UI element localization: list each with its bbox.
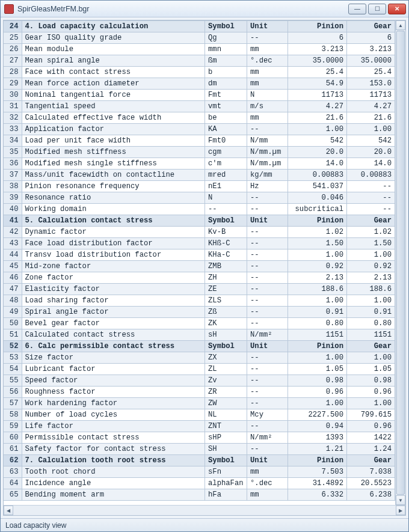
cell-pin: 1.00: [288, 398, 347, 409]
table-row[interactable]: 33Application factorKA--1.001.00: [4, 124, 395, 135]
table-row[interactable]: 29Mean force action diameterdmmm54.9153.…: [4, 78, 395, 90]
table-row[interactable]: 25Gear ISO quality gradeQg--66: [4, 32, 395, 44]
table-row[interactable]: 30Nominal tangential forceFmtN1171311713: [4, 90, 395, 101]
table-row[interactable]: 44Transv load distribution factorKHa-C--…: [4, 249, 395, 261]
table-row[interactable]: 27Mean spiral angleßm°.dec35.000035.0000: [4, 55, 395, 67]
row-number: 44: [4, 249, 22, 261]
vertical-scrollbar[interactable]: ▲ ▼: [395, 20, 405, 505]
table-row[interactable]: 64Incidence anglealphaFan°.dec31.489220.…: [4, 478, 395, 489]
table-row[interactable]: 39Resonance ratioN--0.046--: [4, 192, 395, 204]
table-row[interactable]: 56Roughness factorZR--0.960.96: [4, 387, 395, 398]
cell-sym: KHa-C: [205, 249, 247, 261]
cell-unit: mm: [247, 78, 288, 90]
table-row[interactable]: 244. Load capacity calculationSymbolUnit…: [4, 21, 395, 32]
cell-pin: 1.00: [288, 352, 347, 364]
table-row[interactable]: 26Mean modulemmnmm3.2133.213: [4, 44, 395, 55]
row-number: 48: [4, 295, 22, 307]
cell-unit: --: [247, 227, 288, 238]
table-row[interactable]: 35Modified mesh stiffnesscgmN/mm.µm20.02…: [4, 147, 395, 158]
cell-param: Dynamic factor: [22, 227, 205, 238]
cell-pin: 3.213: [288, 44, 347, 55]
close-button[interactable]: ✕: [388, 4, 406, 14]
row-number: 47: [4, 284, 22, 295]
cell-gear: 1151: [347, 329, 395, 341]
cell-unit: N/mm: [247, 135, 288, 147]
table-row[interactable]: 37Mass/unit facewidth on contactlinemred…: [4, 170, 395, 181]
cell-param: Bevel gear factor: [22, 318, 205, 329]
cell-pin: 25.4: [288, 67, 347, 78]
cell-sym: sHP: [205, 432, 247, 444]
cell-pin: 0.91: [288, 307, 347, 318]
table-row[interactable]: 50Bevel gear factorZK--0.800.80: [4, 318, 395, 329]
scroll-thumb[interactable]: [396, 31, 405, 495]
cell-param: Safety factor for contact stress: [22, 444, 205, 455]
table-row[interactable]: 36Modified mesh single stiffnessc'mN/mm.…: [4, 158, 395, 170]
table-row[interactable]: 65Bending moment armhFamm6.3326.238: [4, 489, 395, 501]
table-row[interactable]: 42Dynamic factorKv-B--1.021.02: [4, 227, 395, 238]
table-row[interactable]: 54Lubricant factorZL--1.051.05: [4, 364, 395, 375]
table-row[interactable]: 43Face load distribution factorKHß-C--1.…: [4, 238, 395, 249]
row-number: 57: [4, 398, 22, 409]
table-row[interactable]: 55Speed factorZv--0.980.98: [4, 375, 395, 387]
scroll-left-icon[interactable]: ◀: [4, 506, 13, 515]
cell-gear: 20.0: [347, 147, 395, 158]
table-row[interactable]: 48Load sharing factorZLS--1.001.00: [4, 295, 395, 307]
table-row[interactable]: 51Calculated contact stresssHN/mm²115111…: [4, 329, 395, 341]
cell-pin: 14.0: [288, 158, 347, 170]
table-row[interactable]: 61Safety factor for contact stressSH--1.…: [4, 444, 395, 455]
table-row[interactable]: 38Pinion resonance frequencynE1Hz541.037…: [4, 181, 395, 192]
table-row[interactable]: 627. Calculation tooth root stressSymbol…: [4, 455, 395, 466]
maximize-button[interactable]: ☐: [368, 4, 386, 14]
table-row[interactable]: 63Tooth root chordsFnmm7.5037.038: [4, 466, 395, 478]
table-row[interactable]: 45Mid-zone factorZMB--0.920.92: [4, 261, 395, 272]
cell-gear: 14.0: [347, 158, 395, 170]
cell-sym: be: [205, 112, 247, 124]
cell-sym: sFn: [205, 466, 247, 478]
table-row[interactable]: 59Life factorZNT--0.940.96: [4, 421, 395, 432]
cell-unit: --: [247, 204, 288, 215]
row-number: 26: [4, 44, 22, 55]
table-row[interactable]: 46Zone factorZH--2.132.13: [4, 272, 395, 284]
table-row[interactable]: 32Calculated effective face widthbemm21.…: [4, 112, 395, 124]
cell-gear: 2.13: [347, 272, 395, 284]
cell-pin: 4.27: [288, 101, 347, 112]
table-row[interactable]: 34Load per unit face widthFmt0N/mm542542: [4, 135, 395, 147]
cell-param: Working domain: [22, 204, 205, 215]
cell-sym: dm: [205, 78, 247, 90]
table-row[interactable]: 57Work hardening factorZW--1.001.00: [4, 398, 395, 409]
table-row[interactable]: 28Face with contact stressbmm25.425.4: [4, 67, 395, 78]
table-row[interactable]: 415. Calculation contact stressSymbolUni…: [4, 215, 395, 227]
row-number: 54: [4, 364, 22, 375]
cell-gear: Gear: [347, 455, 395, 466]
scroll-right-icon[interactable]: ▶: [396, 506, 405, 515]
table-row[interactable]: 49Spiral angle factorZß--0.910.91: [4, 307, 395, 318]
cell-gear: 1.00: [347, 124, 395, 135]
table-row[interactable]: 60Permissible contact stresssHPN/mm²1393…: [4, 432, 395, 444]
cell-pin: 20.0: [288, 147, 347, 158]
cell-sym: sH: [205, 329, 247, 341]
row-number: 29: [4, 78, 22, 90]
table-row[interactable]: 31Tangential speedvmtm/s4.274.27: [4, 101, 395, 112]
table-row[interactable]: 47Elasticity factorZE--188.6188.6: [4, 284, 395, 295]
cell-sym: Kv-B: [205, 227, 247, 238]
cell-unit: Unit: [247, 21, 288, 32]
cell-unit: --: [247, 192, 288, 204]
cell-unit: Unit: [247, 341, 288, 352]
table-row[interactable]: 40Working domain----subcritical--: [4, 204, 395, 215]
cell-unit: --: [247, 124, 288, 135]
cell-unit: Unit: [247, 455, 288, 466]
cell-unit: m/s: [247, 101, 288, 112]
cell-unit: --: [247, 444, 288, 455]
horizontal-scrollbar[interactable]: ◀ ▶: [4, 505, 405, 515]
cell-param: Mid-zone factor: [22, 261, 205, 272]
row-number: 24: [4, 21, 22, 32]
table-row[interactable]: 526. Calc permissible contact stressSymb…: [4, 341, 395, 352]
scroll-down-icon[interactable]: ▼: [396, 495, 405, 505]
scroll-up-icon[interactable]: ▲: [396, 20, 405, 30]
table-row[interactable]: 53Size factorZX--1.001.00: [4, 352, 395, 364]
minimize-button[interactable]: —: [348, 4, 366, 14]
cell-param: Mean force action diameter: [22, 78, 205, 90]
cell-param: Face load distribution factor: [22, 238, 205, 249]
table-row[interactable]: 58Number of load cyclesNLMcy2227.500799.…: [4, 409, 395, 421]
cell-gear: --: [347, 204, 395, 215]
